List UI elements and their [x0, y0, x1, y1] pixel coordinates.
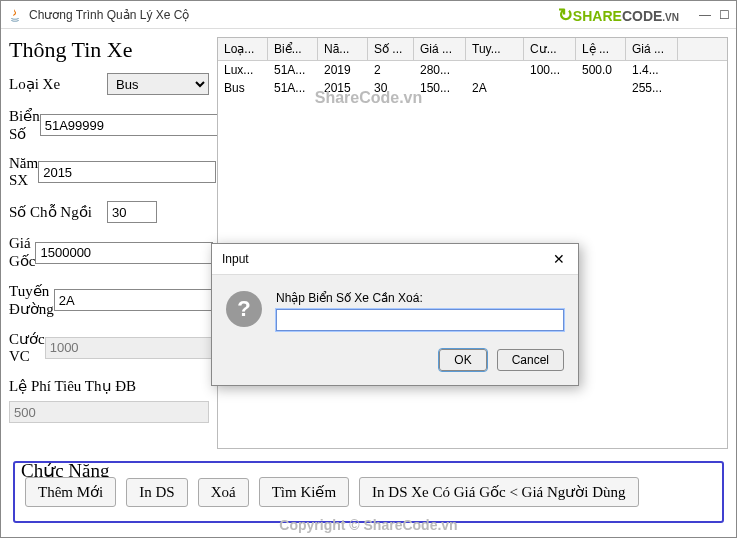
ok-button[interactable]: OK	[439, 349, 486, 371]
window-title: Chương Trình Quản Lý Xe Cộ	[29, 8, 558, 22]
minimize-icon[interactable]: —	[699, 8, 711, 22]
button-bar: Thêm Mới In DS Xoá Tìm Kiếm In DS Xe Có …	[13, 461, 724, 523]
nam-sx-input[interactable]	[38, 161, 216, 183]
gia-goc-label: Giá Gốc	[9, 235, 35, 270]
cancel-button[interactable]: Cancel	[497, 349, 564, 371]
table-row[interactable]: Lux...51A...20192280...100...500.01.4...	[218, 61, 727, 79]
input-dialog: Input ✕ ? Nhập Biển Số Xe Cần Xoá: OK Ca…	[211, 243, 579, 386]
in-ds-button[interactable]: In DS	[126, 478, 187, 507]
tuyen-duong-label: Tuyến Đường	[9, 282, 54, 318]
dialog-input[interactable]	[276, 309, 564, 331]
close-icon[interactable]: ✕	[550, 250, 568, 268]
le-phi-label: Lệ Phí Tiêu Thụ ĐB	[9, 377, 209, 395]
java-icon	[7, 7, 23, 23]
loai-xe-label: Loại Xe	[9, 75, 107, 93]
form-panel: Thông Tin Xe Loại XeBus Biển Số Năm SX S…	[9, 37, 209, 449]
xoa-button[interactable]: Xoá	[198, 478, 249, 507]
maximize-icon[interactable]: ☐	[719, 8, 730, 22]
dialog-title: Input	[222, 252, 249, 266]
so-cho-input[interactable]	[107, 201, 157, 223]
tuyen-duong-input[interactable]	[54, 289, 232, 311]
form-title: Thông Tin Xe	[9, 37, 209, 63]
le-phi-input	[9, 401, 209, 423]
cuoc-vc-input	[45, 337, 223, 359]
table-header: Loạ...Biể...Nă...Số ...Giá ...Tuy...Cư..…	[218, 38, 727, 61]
loai-xe-select[interactable]: Bus	[107, 73, 209, 95]
sharecode-logo: ↻SHARECODE.VN	[558, 4, 679, 26]
gia-goc-input[interactable]	[35, 242, 213, 264]
window-controls: — ☐	[699, 8, 730, 22]
cuoc-vc-label: Cước VC	[9, 330, 45, 365]
so-cho-label: Số Chỗ Ngồi	[9, 203, 107, 221]
table-row[interactable]: Bus51A...201530150...2A255...	[218, 79, 727, 97]
nam-sx-label: Năm SX	[9, 155, 38, 189]
window-titlebar: Chương Trình Quản Lý Xe Cộ ↻SHARECODE.VN…	[1, 1, 736, 29]
question-icon: ?	[226, 291, 262, 327]
them-moi-button[interactable]: Thêm Mới	[25, 477, 116, 507]
bien-so-input[interactable]	[40, 114, 218, 136]
tim-kiem-button[interactable]: Tìm Kiếm	[259, 477, 349, 507]
dialog-label: Nhập Biển Số Xe Cần Xoá:	[276, 291, 564, 305]
bien-so-label: Biển Số	[9, 107, 40, 143]
in-ds-gia-button[interactable]: In DS Xe Có Giá Gốc < Giá Người Dùng	[359, 477, 639, 507]
